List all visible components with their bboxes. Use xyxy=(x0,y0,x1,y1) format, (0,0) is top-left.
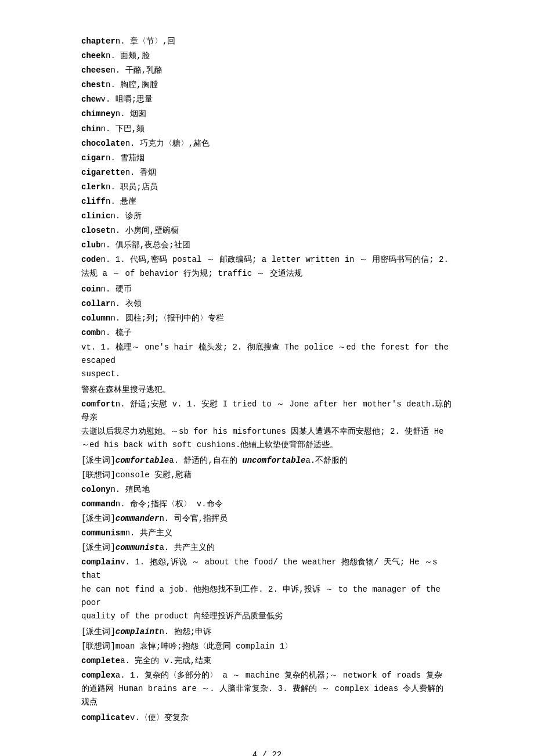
word-comfort: comfort xyxy=(81,399,116,409)
entry-commander-derived: [派生词]commandern. 司令官,指挥员 xyxy=(81,512,453,525)
pos-cheese: n. 干酪,乳酪 xyxy=(110,66,163,75)
word-uncomfortable: uncomfortable xyxy=(242,456,305,465)
pos-uncomfortable: a.不舒服的 xyxy=(305,456,348,465)
word-cigar: cigar xyxy=(81,153,106,163)
entry-moan-assoc: [联想词]moan 哀悼;呻吟;抱怨〈此意同 complain 1〉 xyxy=(81,640,453,653)
word-chest: chest xyxy=(81,80,106,89)
entry-collar: collarn. 衣领 xyxy=(81,297,453,311)
word-chocolate: chocolate xyxy=(81,139,125,148)
word-comb: comb xyxy=(81,328,101,337)
def-comfort-3: ～ed his back with soft cushions.他铺上软垫使背部… xyxy=(81,440,338,449)
pos-cheek: n. 面颊,脸 xyxy=(106,51,150,60)
word-column: column xyxy=(81,314,110,323)
entry-communist-derived: [派生词]communista. 共产主义的 xyxy=(81,541,453,555)
entry-clerk: clerkn. 职员;店员 xyxy=(81,181,453,194)
pos-coin: n. 硬币 xyxy=(101,285,132,294)
word-complex: complex xyxy=(81,671,116,680)
pos-chapter: n. 章〈节〉,回 xyxy=(116,37,176,46)
label-moan: [联想词] xyxy=(81,642,116,651)
pos-collar: n. 衣领 xyxy=(110,299,141,308)
entry-colony: colonyn. 殖民地 xyxy=(81,483,453,496)
entry-chimney: chimneyn. 烟囱 xyxy=(81,107,453,121)
def-complain-2: he can not find a job. 他抱怨找不到工作. 2. 申诉,投… xyxy=(81,585,441,607)
label-commander: [派生词] xyxy=(81,514,116,523)
def-comfort-2: 去逝以后我尽力劝慰她。～sb for his misfortunes 因某人遭遇… xyxy=(81,427,443,436)
entry-command: commandn. 命令;指挥〈权〉 v.命令 xyxy=(81,498,453,511)
pos-complex: a. 1. 复杂的〈多部分的〉 a ～ machine 复杂的机器;～ netw… xyxy=(116,671,442,680)
entry-chocolate: chocolaten. 巧克力〈糖〉,赭色 xyxy=(81,137,453,150)
label-console: [联想词] xyxy=(81,470,116,480)
word-colony: colony xyxy=(81,485,110,494)
pos-comfortable: a. 舒适的,自在的 xyxy=(169,456,242,465)
pos-complete: a. 完全的 v.完成,结束 xyxy=(120,656,211,665)
label-comfortable: [派生词] xyxy=(81,456,116,465)
word-cliff: cliff xyxy=(81,197,106,206)
entry-cheek: cheekn. 面颊,脸 xyxy=(81,49,453,63)
pos-comb-vt: vt. 1. 梳理～ one's hair 梳头发; 2. 彻底搜查 The p… xyxy=(81,343,449,365)
pos-communist: a. 共产主义的 xyxy=(159,543,214,552)
word-communist: communist xyxy=(116,543,160,552)
pos-command: n. 命令;指挥〈权〉 v.命令 xyxy=(116,499,223,509)
entry-complete: completea. 完全的 v.完成,结束 xyxy=(81,654,453,668)
entry-code: coden. 1. 代码,密码 postal ～ 邮政编码; a letter … xyxy=(81,253,453,280)
pos-chin: n. 下巴,颏 xyxy=(101,124,145,134)
word-command: command xyxy=(81,499,116,509)
def-comb-vt-2: suspect. xyxy=(81,369,120,379)
entry-comfortable-derived: [派生词]comfortablea. 舒适的,自在的 uncomfortable… xyxy=(81,454,453,467)
pos-cigar: n. 雪茄烟 xyxy=(106,153,145,163)
entry-complain: complainv. 1. 抱怨,诉说 ～ about the food/ th… xyxy=(81,556,453,622)
entry-cliff: cliffn. 悬崖 xyxy=(81,195,453,208)
pos-complicate: v.〈使〉变复杂 xyxy=(130,713,189,722)
entry-coin: coinn. 硬币 xyxy=(81,283,453,296)
entry-comb-vt: vt. 1. 梳理～ one's hair 梳头发; 2. 彻底搜查 The p… xyxy=(81,341,453,381)
pos-code: n. 1. 代码,密码 postal ～ 邮政编码; a letter writ… xyxy=(101,255,449,264)
def-console: console 安慰,慰藉 xyxy=(116,470,192,480)
word-commander: commander xyxy=(116,514,160,523)
pos-chocolate: n. 巧克力〈糖〉,赭色 xyxy=(125,139,210,148)
word-communism: communism xyxy=(81,528,125,538)
label-communist: [派生词] xyxy=(81,543,116,552)
word-clinic: clinic xyxy=(81,211,110,221)
word-cheek: cheek xyxy=(81,51,106,60)
word-chimney: chimney xyxy=(81,109,116,118)
pos-chest: n. 胸腔,胸膛 xyxy=(106,80,158,89)
def-code-2: 法规 a ～ of behavior 行为规; traffic ～ 交通法规 xyxy=(81,269,302,278)
pos-column: n. 圆柱;列;〈报刊中的〉专栏 xyxy=(110,314,224,323)
entry-column: columnn. 圆柱;列;〈报刊中的〉专栏 xyxy=(81,312,453,325)
word-complete: complete xyxy=(81,656,120,665)
pos-comb-n: n. 梳子 xyxy=(101,328,132,337)
label-complaint: [派生词] xyxy=(81,627,116,636)
pos-cliff: n. 悬崖 xyxy=(106,197,136,206)
entry-cigar: cigarn. 雪茄烟 xyxy=(81,152,453,165)
word-code: code xyxy=(81,255,101,264)
def-moan: moan 哀悼;呻吟;抱怨〈此意同 complain 1〉 xyxy=(116,642,293,651)
entry-cheese: cheesen. 干酪,乳酪 xyxy=(81,64,453,77)
pos-communism: n. 共产主义 xyxy=(125,528,172,538)
entry-chin: chinn. 下巴,颏 xyxy=(81,123,453,136)
entry-club: clubn. 俱乐部,夜总会;社团 xyxy=(81,239,453,252)
entry-comb-cn: 警察在森林里搜寻逃犯。 xyxy=(81,383,453,397)
pos-chew: v. 咀嚼;思量 xyxy=(101,95,153,104)
def-comb-cn: 警察在森林里搜寻逃犯。 xyxy=(81,385,171,394)
entry-complaint-derived: [派生词]complaintn. 抱怨;申诉 xyxy=(81,625,453,639)
word-cigarette: cigarette xyxy=(81,168,125,177)
page-number: 4 / 22 xyxy=(252,750,282,757)
entry-closet: closetn. 小房间,壁碗橱 xyxy=(81,224,453,237)
pos-chimney: n. 烟囱 xyxy=(116,109,146,118)
page-footer: 4 / 22 xyxy=(81,748,453,757)
word-clerk: clerk xyxy=(81,182,106,192)
entry-cigarette: cigaretten. 香烟 xyxy=(81,166,453,179)
pos-comfort: n. 舒适;安慰 v. 1. 安慰 I tried to ～ Jone afte… xyxy=(81,399,452,422)
pos-clerk: n. 职员;店员 xyxy=(106,182,158,192)
entry-comfort: comfortn. 舒适;安慰 v. 1. 安慰 I tried to ～ Jo… xyxy=(81,398,453,451)
pos-complaint: n. 抱怨;申诉 xyxy=(159,627,211,636)
entry-clinic: clinicn. 诊所 xyxy=(81,210,453,223)
word-comfortable: comfortable xyxy=(116,456,169,465)
entry-console-assoc: [联想词]console 安慰,慰藉 xyxy=(81,469,453,482)
word-complaint: complaint xyxy=(116,627,160,636)
word-collar: collar xyxy=(81,299,110,308)
def-complex-3: 观点 xyxy=(81,697,98,707)
entry-complex: complexa. 1. 复杂的〈多部分的〉 a ～ machine 复杂的机器… xyxy=(81,669,453,709)
entry-complicate: complicatev.〈使〉变复杂 xyxy=(81,711,453,725)
pos-closet: n. 小房间,壁碗橱 xyxy=(110,226,179,235)
